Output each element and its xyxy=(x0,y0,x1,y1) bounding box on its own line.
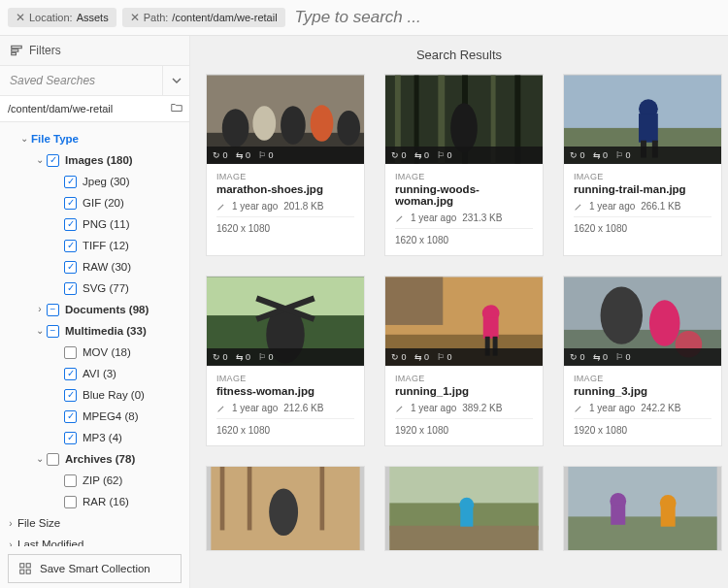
checkbox[interactable] xyxy=(64,346,77,359)
close-icon[interactable]: ✕ xyxy=(16,11,25,24)
overlay-stat: ⚐ 0 xyxy=(437,150,452,160)
checkbox[interactable]: ✓ xyxy=(64,240,77,252)
asset-thumbnail[interactable]: ↻ 0⇆ 0⚐ 0 xyxy=(564,467,721,550)
checkbox[interactable]: ✓ xyxy=(64,389,77,402)
pencil-icon xyxy=(216,202,226,212)
tree-node-file-type[interactable]: ⌄ File Type xyxy=(4,128,189,149)
asset-card[interactable]: ↻ 0⇆ 0⚐ 0IMAGErunning_3.jpg1 year ago242… xyxy=(563,276,722,446)
asset-kind: IMAGE xyxy=(574,374,711,383)
checkbox[interactable] xyxy=(64,496,77,508)
overlay-stat: ↻ 0 xyxy=(391,352,407,362)
asset-card[interactable]: ↻ 0⇆ 0⚐ 0IMAGErunning-woods-woman.jpg1 y… xyxy=(384,74,544,256)
tree-leaf[interactable]: ·✓RAW (30) xyxy=(4,256,189,278)
asset-card[interactable]: ↻ 0⇆ 0⚐ 0IMAGE xyxy=(384,466,544,551)
thumbnail-image xyxy=(207,467,364,550)
asset-dimensions: 1620 x 1080 xyxy=(395,228,533,245)
tree-label: AVI (3) xyxy=(83,365,116,382)
asset-kind: IMAGE xyxy=(395,374,533,383)
tree-node-multimedia[interactable]: ⌄ − Multimedia (33) xyxy=(4,320,189,342)
tree-leaf[interactable]: ·ZIP (62) xyxy=(4,470,189,491)
saved-searches-dropdown[interactable] xyxy=(162,66,189,95)
tree-leaf[interactable]: ·✓MP3 (4) xyxy=(4,427,189,448)
checkbox[interactable]: − xyxy=(47,325,59,338)
button-label: Save Smart Collection xyxy=(40,563,150,574)
asset-thumbnail[interactable]: ↻ 0⇆ 0⚐ 0 xyxy=(385,277,543,366)
thumbnail-overlay: ↻ 0⇆ 0⚐ 0 xyxy=(207,348,364,366)
tree-leaf[interactable]: ·RAR (16) xyxy=(4,491,189,512)
path-input-row xyxy=(0,96,189,122)
asset-card[interactable]: ↻ 0⇆ 0⚐ 0IMAGE xyxy=(563,466,722,551)
asset-meta: IMAGErunning-trail-man.jpg1 year ago266.… xyxy=(564,164,721,244)
filters-icon xyxy=(10,44,23,57)
asset-kind: IMAGE xyxy=(574,172,711,181)
asset-thumbnail[interactable]: ↻ 0⇆ 0⚐ 0 xyxy=(207,277,364,366)
tree-leaf[interactable]: ·✓GIF (20) xyxy=(4,192,189,213)
asset-card[interactable]: ↻ 0⇆ 0⚐ 0IMAGEfitness-woman.jpg1 year ag… xyxy=(206,276,365,446)
asset-card[interactable]: ↻ 0⇆ 0⚐ 0IMAGErunning_1.jpg1 year ago389… xyxy=(384,276,544,446)
checkbox[interactable]: ✓ xyxy=(64,410,77,423)
tree-leaf[interactable]: ·✓PNG (11) xyxy=(4,213,189,235)
asset-thumbnail[interactable]: ↻ 0⇆ 0⚐ 0 xyxy=(564,75,721,164)
thumbnail-image xyxy=(385,467,543,550)
chevron-down-icon: ⌄ xyxy=(33,450,47,468)
checkbox[interactable]: ✓ xyxy=(64,432,77,444)
overlay-stat: ⚐ 0 xyxy=(258,352,274,362)
asset-filename: running-woods-woman.jpg xyxy=(395,183,533,207)
tree-leaf[interactable]: ·MOV (18) xyxy=(4,342,189,363)
tree-node-documents[interactable]: › − Documents (98) xyxy=(4,299,189,320)
asset-thumbnail[interactable]: ↻ 0⇆ 0⚐ 0 xyxy=(385,467,543,550)
tree-label: Jpeg (30) xyxy=(83,173,130,190)
checkbox[interactable]: ✓ xyxy=(64,261,77,274)
tree-leaf[interactable]: ·✓AVI (3) xyxy=(4,363,189,384)
checkbox[interactable]: ✓ xyxy=(64,282,77,295)
checkbox[interactable]: ✓ xyxy=(64,197,77,210)
tree-leaf[interactable]: ·✓Blue Ray (0) xyxy=(4,384,189,406)
tree-leaf[interactable]: ·✓MPEG4 (8) xyxy=(4,406,189,427)
checkbox[interactable]: ✓ xyxy=(64,176,77,188)
filter-tag-path[interactable]: ✕ Path: /content/dam/we-retail xyxy=(122,8,285,27)
tree-leaf[interactable]: ·✓TIFF (12) xyxy=(4,235,189,256)
tree-leaf[interactable]: ·✓Jpeg (30) xyxy=(4,171,189,192)
filter-tag-location[interactable]: ✕ Location: Assets xyxy=(8,8,116,27)
asset-age: 1 year ago xyxy=(232,403,278,413)
checkbox[interactable]: − xyxy=(47,304,59,316)
path-browse-button[interactable] xyxy=(164,101,189,117)
grid-icon xyxy=(18,562,32,575)
asset-thumbnail[interactable]: ↻ 0⇆ 0⚐ 0 xyxy=(207,467,364,550)
asset-info-line: 1 year ago201.8 KB xyxy=(216,201,354,212)
asset-thumbnail[interactable]: ↻ 0⇆ 0⚐ 0 xyxy=(207,75,364,164)
checkbox[interactable] xyxy=(47,453,59,466)
asset-age: 1 year ago xyxy=(589,403,635,413)
asset-card[interactable]: ↻ 0⇆ 0⚐ 0IMAGE xyxy=(206,466,365,551)
asset-meta: IMAGEfitness-woman.jpg1 year ago212.6 KB… xyxy=(207,366,364,445)
svg-rect-4 xyxy=(26,564,30,568)
search-input[interactable] xyxy=(291,6,720,29)
tree-label: MOV (18) xyxy=(83,343,131,361)
asset-age: 1 year ago xyxy=(232,201,278,212)
asset-card[interactable]: ↻ 0⇆ 0⚐ 0IMAGEmarathon-shoes.jpg1 year a… xyxy=(206,74,365,256)
tree-section[interactable]: ›Last Modified xyxy=(4,534,189,546)
tree-node-archives[interactable]: ⌄ Archives (78) xyxy=(4,448,189,470)
chevron-right-icon: › xyxy=(4,518,17,529)
tree-node-images[interactable]: ⌄ ✓ Images (180) xyxy=(4,149,189,171)
spacer: · xyxy=(50,258,64,276)
asset-thumbnail[interactable]: ↻ 0⇆ 0⚐ 0 xyxy=(385,75,543,164)
tree-label: Blue Ray (0) xyxy=(83,386,145,404)
checkbox[interactable] xyxy=(64,474,77,487)
checkbox[interactable]: ✓ xyxy=(64,368,77,380)
tree-label: TIFF (12) xyxy=(83,237,129,254)
checkbox[interactable]: ✓ xyxy=(64,218,77,231)
tree-label: PNG (11) xyxy=(83,215,130,233)
tree-leaf[interactable]: ·✓SVG (77) xyxy=(4,278,189,299)
path-input[interactable] xyxy=(0,96,164,121)
asset-dimensions: 1920 x 1080 xyxy=(574,418,711,436)
tree-section[interactable]: ›File Size xyxy=(4,512,189,534)
save-smart-collection-button[interactable]: Save Smart Collection xyxy=(8,554,182,583)
checkbox[interactable]: ✓ xyxy=(47,154,59,167)
spacer: · xyxy=(50,365,64,382)
asset-card[interactable]: ↻ 0⇆ 0⚐ 0IMAGErunning-trail-man.jpg1 yea… xyxy=(563,74,722,256)
filters-sidebar: Filters Saved Searches ⌄ File Type ⌄ ✓ xyxy=(0,36,190,588)
chevron-down-icon: ⌄ xyxy=(17,130,31,147)
asset-thumbnail[interactable]: ↻ 0⇆ 0⚐ 0 xyxy=(564,277,721,366)
close-icon[interactable]: ✕ xyxy=(130,11,140,24)
